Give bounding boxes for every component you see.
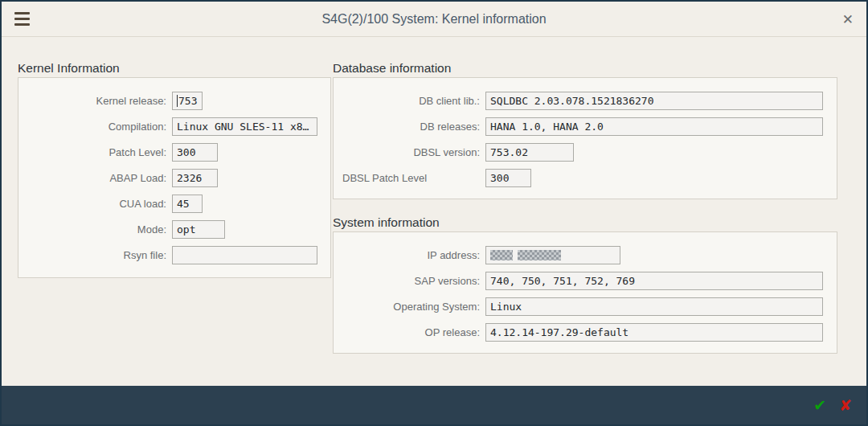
field-row-op-release: OP release: 4.12.14-197.29-default: [334, 319, 837, 345]
close-icon[interactable]: ✕: [842, 2, 854, 37]
dbsl-version-input[interactable]: 753.02: [485, 143, 574, 162]
redacted-pixelation: [490, 250, 513, 260]
field-row-db-releases: DB releases: HANA 1.0, HANA 2.0: [334, 113, 837, 139]
db-releases-input[interactable]: HANA 1.0, HANA 2.0: [485, 117, 823, 136]
kernel-information-dialog: S4G(2)/100 System: Kernel information ✕ …: [0, 0, 868, 426]
field-row-sap-versions: SAP versions: 740, 750, 751, 752, 769: [334, 268, 837, 293]
sap-versions-label: SAP versions:: [334, 275, 483, 287]
field-row-kernel-release: Kernel release: 753: [18, 88, 330, 113]
field-row-abap-load: ABAP Load: 2326: [18, 165, 330, 190]
field-row-db-client-lib: DB client lib.: SQLDBC 2.03.078.15218362…: [334, 88, 837, 113]
db-client-lib-input[interactable]: SQLDBC 2.03.078.1521836270: [485, 92, 823, 110]
text-caret: [177, 95, 178, 107]
compilation-input[interactable]: Linux GNU SLES-11 x8…: [172, 117, 317, 136]
cua-load-input[interactable]: 45: [172, 195, 203, 213]
mode-label: Mode:: [18, 223, 170, 236]
cancel-x-icon[interactable]: ✘: [839, 398, 852, 413]
footer-toolbar: ✔ ✘: [2, 386, 866, 424]
dbsl-patch-level-label: DBSL Patch Level: [334, 172, 483, 184]
cua-load-label: CUA load:: [18, 198, 170, 210]
field-row-mode: Mode: opt: [18, 216, 330, 242]
kernel-groupbox: Kernel release: 753 Compilation: Linux G…: [18, 77, 331, 278]
patch-level-label: Patch Level:: [18, 146, 170, 158]
field-row-ip-address: IP address:: [334, 242, 837, 268]
rsyn-file-input[interactable]: [172, 246, 317, 264]
field-row-dbsl-patch-level: DBSL Patch Level 300: [334, 165, 837, 190]
dbsl-patch-level-input[interactable]: 300: [485, 169, 531, 187]
dbsl-version-label: DBSL version:: [334, 146, 483, 158]
kernel-section-heading: Kernel Information: [18, 61, 120, 76]
database-groupbox: DB client lib.: SQLDBC 2.03.078.15218362…: [333, 77, 837, 199]
field-row-compilation: Compilation: Linux GNU SLES-11 x8…: [18, 113, 330, 139]
abap-load-input[interactable]: 2326: [172, 169, 218, 187]
rsyn-file-label: Rsyn file:: [18, 249, 170, 261]
operating-system-input[interactable]: Linux: [485, 297, 823, 316]
kernel-release-input[interactable]: 753: [172, 92, 203, 110]
kernel-release-label: Kernel release:: [18, 95, 170, 107]
compilation-label: Compilation:: [18, 121, 170, 133]
field-row-operating-system: Operating System: Linux: [334, 293, 837, 319]
confirm-check-icon[interactable]: ✔: [813, 398, 826, 413]
op-release-input[interactable]: 4.12.14-197.29-default: [485, 323, 823, 342]
db-client-lib-label: DB client lib.:: [334, 95, 483, 107]
patch-level-input[interactable]: 300: [172, 143, 218, 162]
field-row-rsyn-file: Rsyn file:: [18, 242, 330, 268]
mode-input[interactable]: opt: [172, 220, 225, 239]
database-section-heading: Database information: [333, 61, 451, 76]
system-groupbox: IP address: SAP versions: 740, 750, 751,…: [333, 231, 837, 354]
window-title: S4G(2)/100 System: Kernel information: [2, 2, 866, 37]
operating-system-label: Operating System:: [334, 301, 483, 313]
ip-address-label: IP address:: [334, 249, 483, 261]
field-row-cua-load: CUA load: 45: [18, 190, 330, 216]
db-releases-label: DB releases:: [334, 121, 483, 133]
field-row-dbsl-version: DBSL version: 753.02: [334, 139, 837, 165]
redacted-pixelation: [518, 250, 561, 260]
abap-load-label: ABAP Load:: [18, 172, 170, 184]
title-bar: S4G(2)/100 System: Kernel information ✕: [2, 2, 866, 37]
sap-versions-input[interactable]: 740, 750, 751, 752, 769: [485, 272, 823, 290]
system-section-heading: System information: [333, 215, 440, 230]
op-release-label: OP release:: [334, 326, 483, 338]
field-row-patch-level: Patch Level: 300: [18, 139, 330, 165]
ip-address-input-redacted[interactable]: [485, 246, 620, 264]
